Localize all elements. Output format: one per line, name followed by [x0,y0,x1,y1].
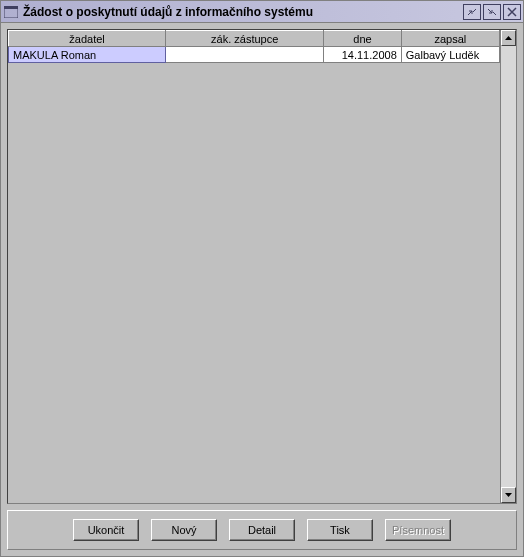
col-header-representative[interactable]: zák. zástupce [166,31,324,47]
scroll-up-button[interactable] [501,30,516,46]
new-button[interactable]: Nový [151,519,217,541]
data-table: žadatel zák. zástupce dne zapsal MAKULA … [8,30,500,63]
scroll-track[interactable] [501,46,516,487]
title-buttons [463,4,521,20]
document-button: Písemnost [385,519,451,541]
cell-applicant[interactable]: MAKULA Roman [9,47,166,63]
table-row[interactable]: MAKULA Roman 14.11.2008 Galbavý Luděk [9,47,500,63]
button-bar: Ukončit Nový Detail Tisk Písemnost [7,510,517,550]
window-title: Žádost o poskytnutí údajů z informačního… [23,5,463,19]
titlebar[interactable]: Žádost o poskytnutí údajů z informačního… [1,1,523,23]
collapse-button[interactable] [463,4,481,20]
table-container: žadatel zák. zástupce dne zapsal MAKULA … [7,29,517,504]
table-inner: žadatel zák. zástupce dne zapsal MAKULA … [8,30,500,503]
vertical-scrollbar[interactable] [500,30,516,503]
window-frame: Žádost o poskytnutí údajů z informačního… [0,0,524,557]
close-button[interactable] [503,4,521,20]
detail-button[interactable]: Detail [229,519,295,541]
cell-representative[interactable] [166,47,324,63]
content-area: žadatel zák. zástupce dne zapsal MAKULA … [1,23,523,556]
svg-rect-1 [4,6,18,9]
close-action-button[interactable]: Ukončit [73,519,139,541]
cell-recorder[interactable]: Galbavý Luděk [401,47,499,63]
cell-date[interactable]: 14.11.2008 [324,47,402,63]
maximize-button[interactable] [483,4,501,20]
col-header-applicant[interactable]: žadatel [9,31,166,47]
col-header-recorder[interactable]: zapsal [401,31,499,47]
window-icon [3,4,19,20]
print-button[interactable]: Tisk [307,519,373,541]
table-header-row: žadatel zák. zástupce dne zapsal [9,31,500,47]
scroll-down-button[interactable] [501,487,516,503]
col-header-date[interactable]: dne [324,31,402,47]
